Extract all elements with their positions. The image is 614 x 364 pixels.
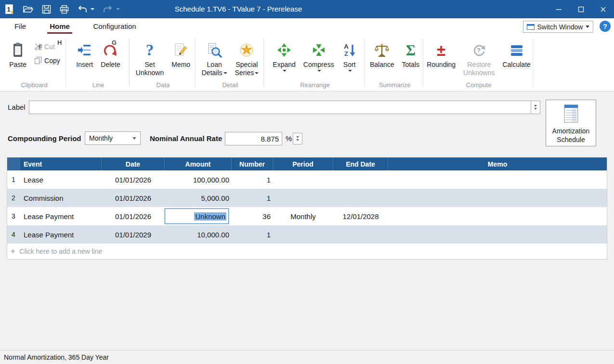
insert-button[interactable]: Insert bbox=[74, 39, 95, 70]
totals-button[interactable]: Σ Totals bbox=[400, 39, 422, 70]
maximize-icon bbox=[578, 6, 584, 13]
label-input[interactable] bbox=[29, 101, 531, 114]
number-cell[interactable]: 1 bbox=[232, 189, 273, 207]
event-cell[interactable]: Lease Payment bbox=[20, 207, 102, 225]
date-cell[interactable]: 01/01/2029 bbox=[102, 225, 165, 244]
tab-file[interactable]: File bbox=[11, 19, 30, 34]
save-button[interactable] bbox=[38, 0, 55, 18]
table-row: 3 Lease Payment 01/01/2026 Unknown 36 Mo… bbox=[7, 207, 607, 225]
plus-icon: + bbox=[11, 247, 15, 256]
event-cell[interactable]: Commission bbox=[20, 189, 102, 207]
cut-button[interactable]: Cut bbox=[33, 42, 62, 51]
event-cell[interactable]: Lease Payment bbox=[20, 225, 102, 244]
row-number[interactable]: 4 bbox=[7, 225, 20, 244]
table-row: 4 Lease Payment 01/01/2029 10,000.00 1 bbox=[7, 225, 607, 244]
help-button[interactable]: ? bbox=[600, 21, 611, 32]
calculate-button[interactable]: Calculate bbox=[500, 39, 533, 70]
period-cell[interactable] bbox=[273, 225, 333, 244]
event-cell[interactable]: Lease bbox=[20, 170, 102, 189]
switch-window-button[interactable]: Switch Window bbox=[523, 21, 593, 33]
close-button[interactable] bbox=[592, 0, 614, 18]
paste-label: Paste bbox=[9, 61, 26, 69]
end-date-cell[interactable] bbox=[333, 225, 388, 244]
window-title: Schedule 1.TV6 - TValue 7 - Prerelease bbox=[159, 0, 318, 18]
end-date-cell[interactable]: 12/01/2028 bbox=[333, 207, 388, 225]
memo-cell[interactable] bbox=[388, 207, 607, 225]
balance-label: Balance bbox=[370, 61, 394, 69]
memo-cell[interactable] bbox=[388, 170, 607, 189]
rate-history-button[interactable] bbox=[293, 133, 302, 144]
quick-access-toolbar: 1 bbox=[0, 0, 124, 18]
row-number[interactable]: 3 bbox=[7, 207, 20, 225]
group-label-data: Data bbox=[132, 81, 194, 90]
number-cell[interactable]: 36 bbox=[232, 207, 273, 225]
amount-cell-editing[interactable]: Unknown bbox=[165, 207, 232, 225]
print-icon bbox=[60, 5, 69, 14]
amount-cell[interactable]: 100,000.00 bbox=[165, 170, 232, 189]
add-new-line-row[interactable]: + Click here to add a new line bbox=[7, 244, 607, 259]
minimize-button[interactable] bbox=[548, 0, 570, 18]
compress-button[interactable]: Compress bbox=[301, 39, 337, 73]
restore-unknowns-label-2: Unknowns bbox=[463, 69, 495, 77]
tab-home[interactable]: Home bbox=[47, 19, 72, 34]
period-cell[interactable] bbox=[273, 170, 333, 189]
rounding-button[interactable]: ± Rounding bbox=[424, 39, 458, 70]
label-history-button[interactable] bbox=[531, 101, 540, 114]
expand-button[interactable]: Expand bbox=[270, 39, 298, 73]
date-cell[interactable]: 01/01/2026 bbox=[102, 207, 165, 225]
amortization-schedule-button[interactable]: Amortization Schedule bbox=[546, 100, 596, 146]
group-label-summarize: Summarize bbox=[367, 81, 422, 90]
chevron-down-icon bbox=[317, 70, 321, 72]
paste-button[interactable]: Paste bbox=[7, 39, 29, 70]
special-series-icon bbox=[239, 39, 254, 61]
copy-button[interactable]: Copy bbox=[33, 56, 62, 65]
group-separator bbox=[65, 39, 66, 87]
delete-button[interactable]: Delete bbox=[98, 39, 122, 70]
compounding-period-select[interactable]: Monthly bbox=[85, 131, 141, 145]
row-number[interactable]: 2 bbox=[7, 189, 20, 207]
undo-dropdown-icon[interactable] bbox=[91, 8, 94, 10]
group-rearrange: Expand Compress bbox=[266, 37, 364, 90]
calculate-label: Calculate bbox=[502, 61, 530, 69]
help-icon: ? bbox=[603, 23, 607, 30]
print-button[interactable] bbox=[55, 0, 73, 18]
sort-button[interactable]: A Z Sort bbox=[340, 39, 360, 73]
period-cell[interactable] bbox=[273, 189, 333, 207]
balance-button[interactable]: Balance bbox=[367, 39, 397, 70]
memo-button[interactable]: Memo bbox=[169, 39, 193, 70]
svg-text:1: 1 bbox=[7, 6, 10, 13]
column-header-event: Event bbox=[20, 157, 102, 170]
add-new-line-label: Click here to add a new line bbox=[19, 247, 102, 255]
memo-cell[interactable] bbox=[388, 225, 607, 244]
amount-cell[interactable]: 10,000.00 bbox=[165, 225, 232, 244]
open-button[interactable] bbox=[19, 0, 38, 18]
svg-text:?: ? bbox=[477, 47, 481, 54]
nominal-annual-rate-input[interactable]: 8.875 bbox=[225, 132, 282, 145]
end-date-cell[interactable] bbox=[333, 189, 388, 207]
period-cell[interactable]: Monthly bbox=[273, 207, 333, 225]
number-cell[interactable]: 1 bbox=[232, 170, 273, 189]
group-separator bbox=[129, 39, 130, 87]
maximize-button[interactable] bbox=[570, 0, 592, 18]
date-cell[interactable]: 01/01/2026 bbox=[102, 189, 165, 207]
app-icon[interactable]: 1 bbox=[0, 0, 19, 18]
date-cell[interactable]: 01/01/2026 bbox=[102, 170, 165, 189]
ribbon: F H G Paste bbox=[0, 35, 614, 91]
row-number[interactable]: 1 bbox=[7, 170, 20, 189]
loan-details-button[interactable]: Loan Details bbox=[199, 39, 230, 78]
tab-configuration[interactable]: Configuration bbox=[88, 19, 142, 34]
redo-button[interactable] bbox=[99, 0, 124, 18]
column-header-memo: Memo bbox=[388, 157, 607, 170]
end-date-cell[interactable] bbox=[333, 170, 388, 189]
nominal-annual-rate-label: Nominal Annual Rate bbox=[150, 134, 222, 143]
minimize-icon bbox=[556, 6, 562, 13]
restore-unknowns-button[interactable]: ? Restore Unknowns bbox=[461, 39, 497, 78]
group-label-clipboard: Clipboard bbox=[4, 81, 65, 90]
amount-cell[interactable]: 5,000.00 bbox=[165, 189, 232, 207]
memo-cell[interactable] bbox=[388, 189, 607, 207]
special-series-button[interactable]: Special Series bbox=[233, 39, 261, 78]
set-unknown-button[interactable]: ? Set Unknown bbox=[133, 39, 166, 78]
undo-button[interactable] bbox=[73, 0, 99, 18]
number-cell[interactable]: 1 bbox=[232, 225, 273, 244]
amount-edit-box[interactable]: Unknown bbox=[165, 208, 229, 224]
